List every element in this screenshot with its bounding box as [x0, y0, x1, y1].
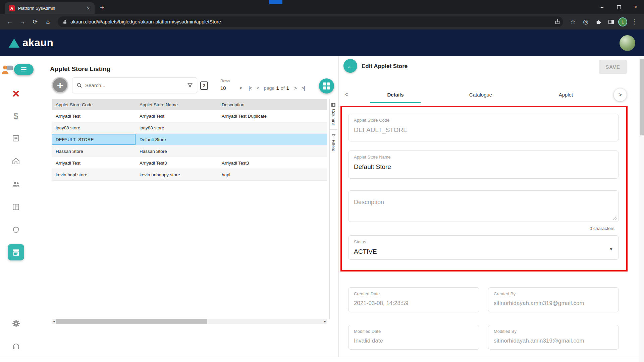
resize-handle-icon[interactable]: [612, 216, 617, 220]
first-page-icon[interactable]: |<: [249, 85, 252, 91]
columns-strip-label[interactable]: Columns: [331, 109, 336, 125]
table-row[interactable]: Arriyadi Test Arriyadi Test Arriyadi Tes…: [52, 110, 327, 122]
browser-profile-avatar[interactable]: L: [618, 17, 627, 26]
status-caret-icon[interactable]: ▾: [610, 246, 612, 252]
sidebar-item-kanban[interactable]: [0, 203, 32, 211]
maximize-button[interactable]: [610, 0, 627, 14]
multi-select-icon[interactable]: 2: [200, 81, 208, 90]
applet-store-name-value[interactable]: Default Store: [354, 163, 613, 171]
cell-name[interactable]: Arriyadi Test: [136, 110, 218, 122]
cell-description[interactable]: [218, 145, 327, 157]
sidebar-item-forms[interactable]: [0, 134, 32, 142]
table-header: Applet Store Code Applet Store Name Desc…: [52, 99, 327, 110]
cell-name[interactable]: Arriyadi Test3: [136, 157, 218, 169]
akaun-logo: akaun: [9, 37, 53, 49]
grid-view-button[interactable]: [319, 78, 334, 94]
cell-code[interactable]: kevin hapi store: [52, 169, 136, 180]
tab-catalogue[interactable]: Catalogue: [438, 86, 523, 103]
cell-description[interactable]: Arriyadi Test Duplicate: [218, 110, 327, 122]
tab-applet[interactable]: Applet: [523, 86, 608, 103]
cell-description[interactable]: [218, 122, 327, 133]
user-avatar[interactable]: [620, 35, 635, 51]
description-field[interactable]: Description: [348, 190, 619, 222]
menu-dots-icon[interactable]: ⋮: [629, 16, 640, 27]
column-header-code[interactable]: Applet Store Code: [52, 102, 136, 107]
save-button[interactable]: SAVE: [599, 60, 627, 74]
editor-title: Edit Applet Store: [362, 63, 408, 70]
browser-tab[interactable]: A Platform SysAdmin ×: [5, 2, 95, 14]
sidebar-item-support[interactable]: [0, 342, 32, 351]
applet-store-name-field[interactable]: Applet Store Name Default Store: [348, 150, 619, 179]
search-box[interactable]: [72, 77, 197, 93]
description-placeholder[interactable]: Description: [354, 199, 613, 206]
home-icon[interactable]: ⌂: [42, 16, 54, 27]
table-row[interactable]: Arriyadi Test Arriyadi Test3 Arriyadi Te…: [52, 157, 327, 169]
scroll-right-icon[interactable]: ►: [324, 320, 326, 323]
cell-name[interactable]: Default Store: [136, 134, 218, 145]
back-icon[interactable]: ←: [4, 16, 15, 27]
table-row[interactable]: ipay88 store ipay88 store: [52, 122, 327, 134]
table-row[interactable]: Hassan Store Hassan Store: [52, 145, 327, 157]
tab-details[interactable]: Details: [353, 86, 438, 103]
filters-icon[interactable]: [331, 134, 336, 138]
bookmark-star-icon[interactable]: ☆: [567, 16, 579, 27]
last-page-icon[interactable]: >|: [302, 85, 305, 91]
filter-funnel-icon[interactable]: [187, 82, 193, 88]
prev-page-icon[interactable]: <: [257, 85, 259, 91]
cell-code[interactable]: Arriyadi Test: [52, 110, 136, 122]
sidebar-item-settings[interactable]: [0, 319, 32, 328]
page-scroll-thumb[interactable]: [640, 59, 644, 135]
add-record-button[interactable]: +: [52, 77, 68, 93]
horizontal-scrollbar[interactable]: ◄ ►: [52, 319, 327, 324]
refresh-icon[interactable]: ⟳: [30, 16, 41, 27]
grid-icon: [323, 82, 330, 89]
url-text[interactable]: akaun.cloud/#/applets/bigledger/akaun-pl…: [70, 19, 551, 24]
sidebar-item-finance[interactable]: $: [0, 111, 32, 121]
sidebar-item-tools[interactable]: [0, 89, 32, 98]
horizontal-scroll-thumb[interactable]: [56, 319, 207, 324]
cell-code-selected[interactable]: DEFAULT_STORE: [52, 134, 136, 145]
minimize-button[interactable]: –: [594, 0, 610, 14]
menu-pill-icon[interactable]: [14, 64, 34, 75]
cell-code[interactable]: Arriyadi Test: [52, 157, 136, 169]
sidebar-item-home[interactable]: [0, 157, 32, 165]
status-value[interactable]: ACTIVE: [354, 248, 613, 255]
side-panel-icon[interactable]: [605, 16, 617, 27]
tabs-scroll-left-icon[interactable]: <: [344, 91, 348, 98]
close-window-button[interactable]: ×: [627, 0, 644, 14]
sidebar-item-users[interactable]: [0, 180, 32, 189]
target-extension-icon[interactable]: ◎: [580, 16, 591, 27]
tab-close-icon[interactable]: ×: [85, 5, 91, 11]
cell-description[interactable]: [218, 134, 327, 145]
table-row-selected[interactable]: DEFAULT_STORE Default Store: [52, 134, 327, 145]
scroll-left-icon[interactable]: ◄: [53, 320, 55, 323]
extensions-puzzle-icon[interactable]: [593, 16, 604, 27]
cell-code[interactable]: ipay88 store: [52, 122, 136, 133]
next-page-icon[interactable]: >: [294, 85, 297, 91]
columns-icon[interactable]: [331, 103, 336, 107]
new-tab-button[interactable]: +: [100, 3, 104, 12]
cell-name[interactable]: ipay88 store: [136, 122, 218, 133]
sidebar-item-applet-store-active[interactable]: [8, 244, 24, 260]
page-scrollbar[interactable]: [639, 56, 644, 362]
maximize-icon: [617, 5, 621, 9]
filters-strip-label[interactable]: Filters: [331, 140, 336, 151]
rows-per-page-select[interactable]: 10 ▾: [220, 85, 242, 92]
table-row[interactable]: kevin hapi store kevin unhappy store hap…: [52, 169, 327, 181]
tabs-scroll-right-icon[interactable]: >: [614, 88, 627, 101]
cell-description[interactable]: hapi: [218, 169, 327, 180]
column-header-name[interactable]: Applet Store Name: [136, 102, 218, 107]
back-button[interactable]: ←: [343, 59, 357, 73]
cell-name[interactable]: Hassan Store: [136, 145, 218, 157]
cell-code[interactable]: Hassan Store: [52, 145, 136, 157]
forward-icon[interactable]: →: [17, 16, 28, 27]
cell-name[interactable]: kevin unhappy store: [136, 169, 218, 180]
column-header-description[interactable]: Description: [218, 102, 327, 107]
sidebar-item-security[interactable]: [0, 226, 32, 234]
status-field[interactable]: Status ACTIVE ▾: [348, 235, 619, 260]
url-box[interactable]: akaun.cloud/#/applets/bigledger/akaun-pl…: [58, 16, 563, 27]
gear-icon: [12, 319, 20, 328]
cell-description[interactable]: Arriyadi Test3: [218, 157, 327, 169]
search-input[interactable]: [85, 82, 184, 88]
share-icon[interactable]: [554, 19, 560, 25]
